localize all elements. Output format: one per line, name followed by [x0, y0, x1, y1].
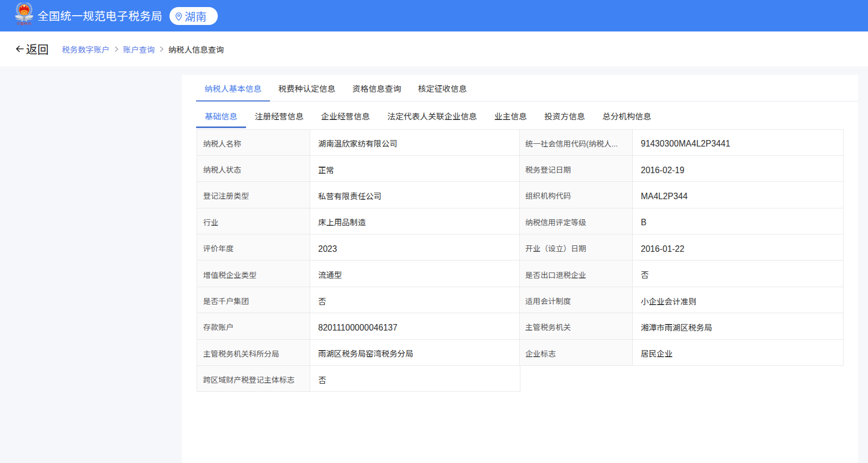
svg-text:中国税务: 中国税务 — [17, 21, 32, 26]
